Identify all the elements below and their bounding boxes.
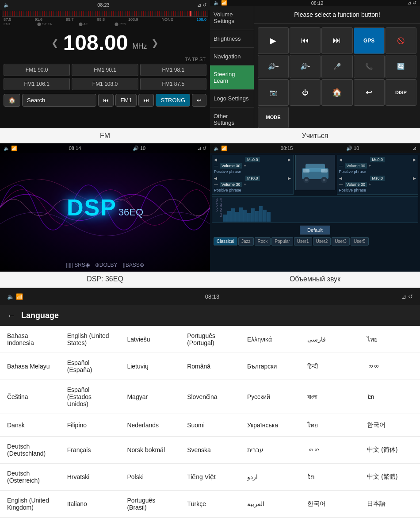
fm-presets: FM1 90.0 FM1 90.1 FM1 98.1 FM1 106.1 FM1… — [0, 62, 210, 92]
surround-tab-jazz[interactable]: Jazz — [238, 237, 254, 246]
fm-home-btn[interactable]: 🏠 — [4, 94, 20, 107]
learn-disp-btn[interactable]: DISP — [386, 79, 416, 106]
learn-phone-btn[interactable]: 📞 — [354, 55, 385, 79]
lang-magyar[interactable]: Magyar — [120, 387, 180, 407]
lang-arabic[interactable]: العربية — [240, 494, 300, 514]
svg-point-4 — [305, 179, 308, 181]
lang-chinese-simplified[interactable]: 中文 (简体) — [360, 440, 420, 460]
fm-preset-2[interactable]: FM1 90.1 — [72, 64, 138, 76]
lang-italiano[interactable]: Italiano — [60, 494, 120, 514]
surround-tab-rock[interactable]: Rock — [255, 237, 271, 246]
lang-suomi[interactable]: Suomi — [180, 415, 240, 435]
fm-forward-btn[interactable]: ⏭ — [138, 94, 154, 107]
learn-home-btn[interactable]: 🏠 — [321, 79, 352, 106]
sidebar-brightness[interactable]: Brightness — [210, 30, 254, 48]
lang-nederlands[interactable]: Nederlands — [120, 415, 180, 435]
lang-urdu[interactable]: اردو — [240, 467, 300, 487]
surround-tab-user2[interactable]: User2 — [313, 237, 331, 246]
fm-panel: 🔈 08:23 ⊿ ↺ 87.591.695.799.8103.9NONE108… — [0, 0, 210, 128]
lang-english-us[interactable]: English (United States) — [60, 326, 120, 353]
lang-lietuviu[interactable]: Lietuvių — [120, 357, 180, 376]
lang-cestina[interactable]: Čeština — [0, 387, 60, 407]
learn-volup-btn[interactable]: 🔊+ — [258, 55, 289, 79]
lang-francais[interactable]: Français — [60, 440, 120, 460]
lang-portugues-br[interactable]: Português (Brasil) — [120, 491, 180, 517]
lang-bulgarian[interactable]: Български — [240, 357, 300, 376]
fm-preset-3[interactable]: FM1 98.1 — [140, 64, 206, 76]
fm-search-btn[interactable]: Search — [22, 94, 96, 107]
surround-tab-user1[interactable]: User1 — [294, 237, 312, 246]
surround-tab-classical[interactable]: Classical — [214, 237, 237, 246]
lang-lao[interactable]: ໄກ — [360, 387, 420, 407]
lang-thai-2[interactable]: ไทย — [300, 414, 360, 436]
surround-default-btn[interactable]: Default — [300, 226, 330, 234]
lang-deutsch-at[interactable]: Deutsch (Österreich) — [0, 464, 60, 490]
lang-farsi[interactable]: فارسی — [300, 330, 360, 349]
learn-voldown-btn[interactable]: 🔊- — [290, 55, 321, 79]
lang-bahasa-melayu[interactable]: Bahasa Melayu — [0, 357, 60, 376]
lang-tieng-viet[interactable]: Tiếng Việt — [180, 467, 240, 487]
lang-japanese[interactable]: 日本語 — [360, 494, 420, 514]
lang-thai[interactable]: ไทย — [360, 328, 420, 350]
lang-slovencina[interactable]: Slovenčina — [180, 387, 240, 407]
fm-preset-4[interactable]: FM1 106.1 — [4, 78, 70, 90]
learn-play-btn[interactable]: ▶ — [258, 27, 289, 54]
learn-mic-btn[interactable]: 🎤 — [321, 55, 352, 79]
lang-portugues-pt[interactable]: Português (Portugal) — [180, 326, 240, 353]
lang-turkce[interactable]: Türkçe — [180, 494, 240, 514]
lang-dansk[interactable]: Dansk — [0, 415, 60, 435]
sidebar-steering-learn[interactable]: Steering Learn — [210, 65, 254, 90]
lang-latviesu[interactable]: Latviešu — [120, 330, 180, 349]
lang-romana[interactable]: Română — [180, 357, 240, 376]
lang-english-uk[interactable]: English (United Kingdom) — [0, 491, 60, 517]
lang-hrvatski[interactable]: Hrvatski — [60, 467, 120, 487]
lang-svenska[interactable]: Svenska — [180, 440, 240, 460]
lang-burmese-2[interactable]: တတ — [300, 440, 360, 460]
surround-volume: 🔊 10 — [346, 146, 359, 151]
fm-strong-btn[interactable]: STRONG — [156, 94, 190, 107]
fm-preset-5[interactable]: FM1 108.0 — [72, 78, 138, 90]
lang-korean-2[interactable]: 한국어 — [300, 494, 360, 514]
sidebar-logo-settings[interactable]: Logo Settings — [210, 90, 254, 107]
learn-power-btn[interactable]: ⏻ — [290, 79, 321, 106]
fm-back-btn[interactable]: ↩ — [192, 94, 206, 107]
learn-back-btn[interactable]: ↩ — [354, 79, 385, 106]
learn-gps-btn[interactable]: GPS — [354, 27, 385, 54]
lang-espanol-us[interactable]: Español (Estados Unidos) — [60, 380, 120, 414]
learn-mute-btn[interactable]: 🚫 — [386, 27, 416, 54]
lang-korean[interactable]: 한국어 — [360, 415, 420, 435]
lang-espanol-es[interactable]: Español (España) — [60, 353, 120, 380]
lang-burmese[interactable]: တတ — [360, 357, 420, 376]
learn-camera-btn[interactable]: 📷 — [258, 79, 289, 106]
surround-tab-user3[interactable]: User3 — [332, 237, 350, 246]
lang-filipino[interactable]: Filipino — [60, 415, 120, 435]
surround-eq-row: ◀ Ms0.0 ▶ — Volume 30 + Positive phrase … — [212, 155, 418, 195]
lang-bengali[interactable]: বাংলা — [300, 387, 360, 407]
lang-hindi[interactable]: हिन्दी — [300, 357, 360, 376]
learn-mode-btn[interactable]: MODE — [258, 107, 289, 129]
lang-greek[interactable]: Ελληνικά — [240, 330, 300, 349]
learn-next-btn[interactable]: ⏭ — [321, 27, 352, 54]
lang-polski[interactable]: Polski — [120, 467, 180, 487]
lang-bahasa-indonesia[interactable]: Bahasa Indonesia — [0, 326, 60, 353]
svg-rect-7 — [321, 169, 328, 173]
fm-preset-1[interactable]: FM1 90.0 — [4, 64, 70, 76]
fm-preset-6[interactable]: FM1 87.5 — [140, 78, 206, 90]
lang-hebrew[interactable]: עברית — [240, 440, 300, 460]
fm-next-btn[interactable]: ❯ — [151, 38, 159, 48]
sidebar-volume-settings[interactable]: Volume Settings — [210, 6, 254, 30]
lang-back-btn[interactable]: ← — [7, 311, 16, 321]
learn-prev-btn[interactable]: ⏮ — [290, 27, 321, 54]
lang-russian[interactable]: Русский — [240, 387, 300, 407]
fm-rewind-btn[interactable]: ⏮ — [98, 94, 114, 107]
surround-tab-popular[interactable]: Popular — [271, 237, 293, 246]
lang-norsk[interactable]: Norsk bokmål — [120, 440, 180, 460]
learn-rotate-btn[interactable]: 🔄 — [386, 55, 416, 79]
lang-deutsch-de[interactable]: Deutsch (Deutschland) — [0, 437, 60, 463]
surround-tab-user5[interactable]: User5 — [351, 237, 369, 246]
fm-prev-btn[interactable]: ❮ — [51, 38, 59, 48]
lang-chinese-traditional[interactable]: 中文 (繁體) — [360, 467, 420, 487]
sidebar-navigation[interactable]: Navigation — [210, 48, 254, 65]
lang-ukrainian[interactable]: Українська — [240, 415, 300, 435]
lang-lao-2[interactable]: ໄກ — [300, 467, 360, 487]
